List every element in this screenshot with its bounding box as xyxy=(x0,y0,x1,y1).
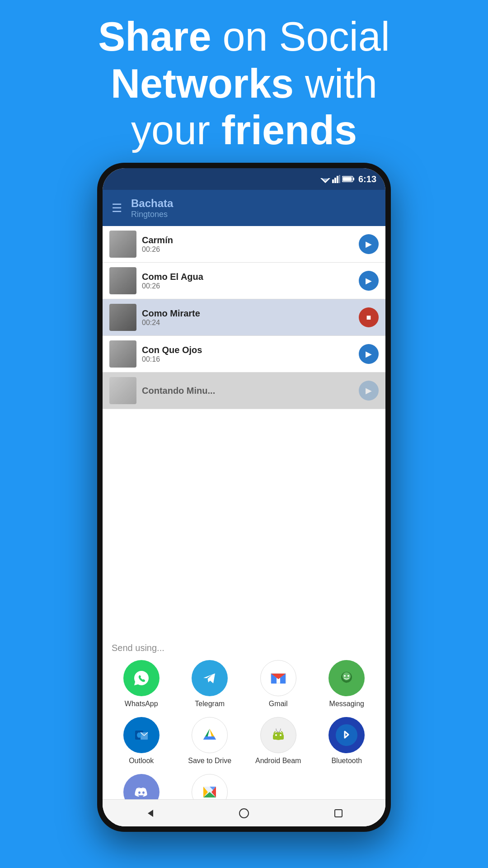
android-beam-icon-circle xyxy=(260,717,296,753)
whatsapp-icon xyxy=(131,667,152,689)
app-subtitle: Ringtones xyxy=(131,210,173,219)
nav-back-button[interactable] xyxy=(141,804,159,822)
song-play-btn-como-agua[interactable]: ▶ xyxy=(359,271,379,291)
song-play-btn-con-que-ojos[interactable]: ▶ xyxy=(359,344,379,364)
song-duration-carmin: 00:26 xyxy=(142,245,353,254)
status-bar: 6:13 xyxy=(103,168,385,190)
svg-rect-4 xyxy=(334,178,336,183)
status-time: 6:13 xyxy=(358,174,376,184)
drive-icon-circle xyxy=(192,717,228,753)
navigation-bar xyxy=(103,799,385,826)
drive-label: Save to Drive xyxy=(188,757,231,765)
share-item-messaging[interactable]: Messaging xyxy=(315,660,379,708)
gmail-icon xyxy=(267,667,289,689)
song-play-btn-contando[interactable]: ▶ xyxy=(359,381,379,401)
song-title-carmin: Carmín xyxy=(142,235,353,245)
share-item-gmail[interactable]: Gmail xyxy=(246,660,310,708)
share-bottom-sheet: Send using... WhatsApp xyxy=(103,634,385,826)
song-title-con-que-ojos: Con Que Ojos xyxy=(142,345,353,355)
telegram-icon-circle xyxy=(192,660,228,696)
messaging-icon-circle xyxy=(328,660,365,696)
share-item-bluetooth[interactable]: Bluetooth xyxy=(315,717,379,765)
whatsapp-icon-circle xyxy=(123,660,160,696)
nav-home-button[interactable] xyxy=(235,804,253,822)
svg-point-43 xyxy=(239,809,249,818)
song-duration-con-que-ojos: 00:16 xyxy=(142,355,353,363)
share-item-drive[interactable]: Save to Drive xyxy=(178,717,242,765)
song-info-carmin: Carmín 00:26 xyxy=(142,235,353,254)
song-title-como-agua: Como El Agua xyxy=(142,272,353,282)
app-bar: ☰ Bachata Ringtones xyxy=(103,190,385,226)
telegram-icon xyxy=(199,667,221,689)
song-info-como-agua: Como El Agua 00:26 xyxy=(142,272,353,290)
svg-point-18 xyxy=(347,675,349,677)
song-stop-btn-como-mirarte[interactable]: ■ xyxy=(359,307,379,327)
svg-rect-23 xyxy=(199,724,221,746)
svg-point-17 xyxy=(344,675,346,677)
share-item-telegram[interactable]: Telegram xyxy=(178,660,242,708)
svg-rect-3 xyxy=(332,179,334,183)
svg-rect-9 xyxy=(343,177,352,181)
song-item-con-que-ojos[interactable]: Con Que Ojos 00:16 ▶ xyxy=(103,336,385,373)
app-title: Bachata xyxy=(131,197,173,210)
phone-screen: 6:13 ☰ Bachata Ringtones Carmín 00:26 xyxy=(103,168,385,826)
header-share: Share xyxy=(98,14,211,59)
recents-icon xyxy=(333,808,344,819)
gmail-label: Gmail xyxy=(269,700,288,708)
outlook-label: Outlook xyxy=(129,757,154,765)
header-friends: friends xyxy=(221,108,357,153)
song-thumb-carmin xyxy=(109,231,136,258)
status-icons xyxy=(320,175,355,183)
app-bar-title: Bachata Ringtones xyxy=(131,197,173,219)
wifi-icon xyxy=(320,175,330,183)
song-thumb-contando xyxy=(109,377,136,404)
svg-rect-8 xyxy=(353,178,354,180)
bluetooth-label: Bluetooth xyxy=(331,757,362,765)
nav-recents-button[interactable] xyxy=(329,804,347,822)
song-thumb-con-que-ojos xyxy=(109,340,136,368)
svg-marker-26 xyxy=(203,736,216,740)
song-play-btn-carmin[interactable]: ▶ xyxy=(359,234,379,254)
signal-icon xyxy=(332,175,340,183)
phone-frame: 6:13 ☰ Bachata Ringtones Carmín 00:26 xyxy=(97,163,391,832)
messaging-label: Messaging xyxy=(329,700,364,708)
home-icon xyxy=(239,808,249,819)
share-item-android-beam[interactable]: Android Beam xyxy=(246,717,310,765)
header-networks: Networks xyxy=(111,61,294,106)
share-item-outlook[interactable]: Outlook xyxy=(109,717,174,765)
svg-marker-42 xyxy=(148,810,153,817)
song-thumb-como-mirarte xyxy=(109,304,136,331)
svg-rect-6 xyxy=(339,175,340,183)
outlook-icon xyxy=(131,724,152,746)
svg-rect-29 xyxy=(273,735,284,740)
android-beam-icon xyxy=(267,724,289,746)
back-icon xyxy=(144,808,155,819)
share-item-whatsapp[interactable]: WhatsApp xyxy=(109,660,174,708)
song-title-como-mirarte: Como Mirarte xyxy=(142,308,353,319)
menu-icon[interactable]: ☰ xyxy=(112,201,122,215)
song-item-como-mirarte[interactable]: Como Mirarte 00:24 ■ xyxy=(103,299,385,336)
svg-point-30 xyxy=(275,734,277,736)
messaging-icon xyxy=(336,667,357,689)
song-item-contando[interactable]: Contando Minu... ▶ xyxy=(103,373,385,409)
song-item-carmin[interactable]: Carmín 00:26 ▶ xyxy=(103,226,385,263)
song-item-como-agua[interactable]: Como El Agua 00:26 ▶ xyxy=(103,263,385,299)
svg-point-34 xyxy=(336,724,357,746)
song-title-contando: Contando Minu... xyxy=(142,386,353,396)
gmail-icon-circle xyxy=(260,660,296,696)
song-duration-como-agua: 00:26 xyxy=(142,282,353,290)
song-thumb-como-agua xyxy=(109,267,136,294)
whatsapp-label: WhatsApp xyxy=(125,700,158,708)
svg-point-31 xyxy=(280,734,282,736)
send-using-label: Send using... xyxy=(107,643,381,660)
song-info-contando: Contando Minu... xyxy=(142,386,353,396)
battery-icon xyxy=(342,175,355,183)
android-beam-label: Android Beam xyxy=(255,757,301,765)
header-title: Share on Social Networks withyour friend… xyxy=(0,14,488,154)
song-info-con-que-ojos: Con Que Ojos 00:16 xyxy=(142,345,353,363)
svg-rect-5 xyxy=(337,176,338,183)
drive-icon xyxy=(199,724,221,746)
share-grid: WhatsApp Telegram xyxy=(107,660,381,822)
song-list: Carmín 00:26 ▶ Como El Agua 00:26 ▶ xyxy=(103,226,385,409)
svg-rect-44 xyxy=(335,810,342,817)
